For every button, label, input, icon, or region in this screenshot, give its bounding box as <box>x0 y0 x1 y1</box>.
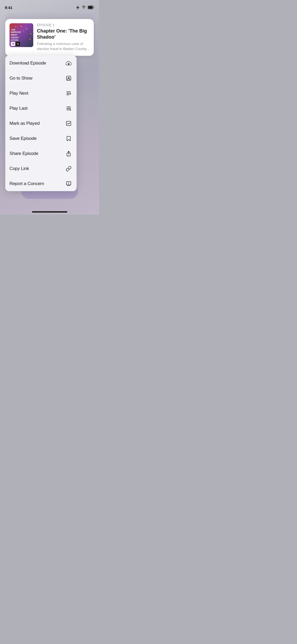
episode-info: EPISODE 1 Chapter One: 'The Big Shadoo' … <box>37 23 89 52</box>
podcast-icon <box>65 75 72 82</box>
airplane-icon <box>76 5 80 10</box>
status-icons <box>76 5 94 10</box>
checkmark-icon <box>65 120 72 127</box>
menu-item-goto-show-label: Go to Show <box>10 76 32 81</box>
svg-rect-3 <box>67 76 71 80</box>
report-icon <box>65 180 72 187</box>
episode-title: Chapter One: 'The Big Shadoo' <box>37 28 89 40</box>
menu-item-copy-link[interactable]: Copy Link <box>5 161 77 176</box>
menu-item-download-label: Download Episode <box>10 61 46 66</box>
episode-description: Following a notorious case of election f… <box>37 42 89 52</box>
svg-point-18 <box>69 184 69 184</box>
play-last-icon <box>65 105 72 112</box>
menu-item-report-concern[interactable]: Report a Concern <box>5 176 77 191</box>
svg-rect-13 <box>67 121 71 126</box>
wifi-icon <box>82 5 86 10</box>
menu-item-goto-show[interactable]: Go to Show <box>5 71 77 86</box>
menu-item-download[interactable]: Download Episode <box>5 56 77 71</box>
bookmark-icon <box>65 135 72 142</box>
episode-number: EPISODE 1 <box>37 23 89 27</box>
episode-artwork: ★ ★ ★ ★ ★ ★ ★ ★ THE IMPROVE MENT ASSOC I… <box>10 23 33 47</box>
play-next-icon <box>65 90 72 97</box>
home-indicator <box>32 211 67 213</box>
link-icon <box>65 165 72 172</box>
menu-item-mark-played[interactable]: Mark as Played <box>5 116 77 131</box>
status-bar: 9:41 <box>0 0 99 12</box>
svg-point-4 <box>68 77 69 79</box>
context-menu: Download Episode Go to Show Play Next <box>5 56 77 191</box>
battery-icon <box>88 6 94 9</box>
artwork-logos: 𝕹 S <box>11 42 20 46</box>
menu-item-save-episode-label: Save Episode <box>10 136 37 141</box>
menu-item-play-next-label: Play Next <box>10 91 28 96</box>
menu-item-play-next[interactable]: Play Next <box>5 86 77 101</box>
episode-card: ★ ★ ★ ★ ★ ★ ★ ★ THE IMPROVE MENT ASSOC I… <box>5 19 94 56</box>
download-icon <box>65 59 72 67</box>
menu-item-mark-played-label: Mark as Played <box>10 121 40 126</box>
menu-item-play-last-label: Play Last <box>10 106 27 111</box>
svg-rect-1 <box>88 6 93 9</box>
status-time: 9:41 <box>5 5 12 10</box>
svg-marker-12 <box>70 109 71 111</box>
menu-item-share-episode[interactable]: Share Episode <box>5 146 77 161</box>
menu-item-report-concern-label: Report a Concern <box>10 181 44 186</box>
menu-item-share-episode-label: Share Episode <box>10 151 38 156</box>
menu-item-save-episode[interactable]: Save Episode <box>5 131 77 146</box>
menu-item-copy-link-label: Copy Link <box>10 166 29 171</box>
svg-marker-8 <box>70 93 71 95</box>
menu-item-play-last[interactable]: Play Last <box>5 101 77 116</box>
share-icon <box>65 150 72 157</box>
